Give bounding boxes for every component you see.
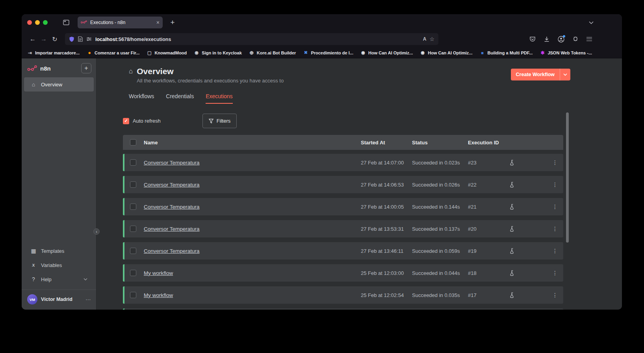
bookmark-label: Procedimiento de l... <box>311 50 353 55</box>
bookmark-star-icon[interactable]: ☆ <box>429 36 434 42</box>
row-checkbox[interactable] <box>130 270 136 276</box>
row-menu-icon[interactable]: ⋮ <box>552 159 558 166</box>
tab-executions[interactable]: Executions <box>206 93 232 104</box>
row-menu-icon[interactable]: ⋮ <box>552 270 558 276</box>
menu-button[interactable] <box>585 35 594 43</box>
sidebar-item-help[interactable]: ? Help <box>24 272 94 286</box>
table-row[interactable]: My workflow 25 Feb at 12:02:54 Succeeded… <box>123 286 563 304</box>
execution-status: Succeeded in 0.137s <box>412 226 468 232</box>
close-window-button[interactable] <box>27 20 32 25</box>
bookmark-item[interactable]: Importar marcadore... <box>27 50 80 56</box>
url-text[interactable]: localhost:5678/home/executions <box>95 35 419 43</box>
debug-flask-icon[interactable] <box>509 160 514 166</box>
row-menu-icon[interactable]: ⋮ <box>552 181 558 188</box>
bookmark-item[interactable]: How Can AI Optimiz... <box>420 50 472 56</box>
sidebar-collapse-handle[interactable]: ‹ <box>93 228 100 235</box>
table-header-row: Name Started At Status Execution ID <box>123 135 563 150</box>
user-more-button[interactable]: ⋯ <box>85 296 91 303</box>
filters-button[interactable]: Filters <box>202 114 237 128</box>
minimize-window-button[interactable] <box>35 20 40 25</box>
user-menu[interactable]: VM Víctor Madrid ⋯ <box>22 290 96 310</box>
account-icon[interactable] <box>557 35 565 43</box>
execution-name-link[interactable]: Conversor Temperatura <box>144 182 200 188</box>
download-icon[interactable] <box>542 35 551 43</box>
debug-flask-icon[interactable] <box>509 270 514 276</box>
extensions-icon[interactable] <box>571 35 579 43</box>
reload-button[interactable]: ↻ <box>49 34 60 45</box>
table-row[interactable]: My workflow 25 Feb at 12:03:00 Succeeded… <box>123 264 563 282</box>
add-workflow-button[interactable]: + <box>81 63 91 73</box>
execution-name-link[interactable]: My workflow <box>144 292 173 298</box>
bookmark-item[interactable]: KnowmadMood <box>147 50 187 56</box>
row-menu-icon[interactable]: ⋮ <box>552 204 558 210</box>
row-menu-icon[interactable]: ⋮ <box>552 226 558 232</box>
debug-flask-icon[interactable] <box>509 292 514 298</box>
firefox-view-icon[interactable] <box>61 17 71 28</box>
row-checkbox[interactable] <box>130 181 136 188</box>
row-checkbox[interactable] <box>130 204 136 210</box>
debug-flask-icon[interactable] <box>509 204 514 210</box>
n8n-app: n8n + ⌂ Overview ▦ Templates x Variables… <box>22 58 622 310</box>
debug-flask-icon[interactable] <box>509 182 514 188</box>
sidebar-item-templates[interactable]: ▦ Templates <box>24 244 94 258</box>
bookmark-item[interactable]: Kore.ai Bot Builder <box>249 50 296 56</box>
tracking-shield-icon[interactable] <box>69 36 74 42</box>
row-checkbox[interactable] <box>130 159 136 166</box>
table-row[interactable]: Conversor Temperatura 27 Feb at 13:46:11… <box>123 242 563 260</box>
back-button[interactable]: ← <box>27 34 38 45</box>
browser-tab[interactable]: Executions - n8n × <box>78 17 163 28</box>
create-workflow-label[interactable]: Create Workflow <box>511 69 560 80</box>
create-workflow-button[interactable]: Create Workflow <box>511 69 570 80</box>
pocket-icon[interactable] <box>528 35 537 43</box>
translate-icon[interactable]: A <box>423 36 426 42</box>
bookmark-item[interactable]: Sign in to Keycloak <box>194 50 241 56</box>
table-row[interactable]: Conversor Temperatura 27 Feb at 14:07:00… <box>123 154 563 171</box>
permissions-icon[interactable] <box>86 37 92 41</box>
sidebar-item-label: Overview <box>41 82 62 88</box>
execution-name-link[interactable]: My workflow <box>144 270 173 276</box>
bookmark-item[interactable]: Procedimiento de l... <box>303 50 353 56</box>
tab-overflow-chevron-icon[interactable] <box>589 21 594 24</box>
row-menu-icon[interactable]: ⋮ <box>552 292 558 298</box>
execution-name-link[interactable]: Conversor Temperatura <box>144 160 200 166</box>
bookmark-label: KnowmadMood <box>154 50 187 55</box>
table-row[interactable]: Conversor Temperatura 27 Feb at 13:53:31… <box>123 220 563 237</box>
execution-status: Succeeded in 0.059s <box>412 248 468 254</box>
sidebar-item-variables[interactable]: x Variables <box>24 258 94 272</box>
debug-flask-icon[interactable] <box>509 248 514 254</box>
tab-credentials[interactable]: Credentials <box>166 93 194 104</box>
table-row[interactable]: Conversor Temperatura 27 Feb at 14:06:53… <box>123 176 563 193</box>
bookmark-item[interactable]: Building a Multi PDF... <box>480 50 533 56</box>
row-checkbox[interactable] <box>130 248 136 254</box>
row-menu-icon[interactable]: ⋮ <box>552 248 558 254</box>
bookmark-item[interactable]: How Can AI Optimiz... <box>360 50 413 56</box>
debug-flask-icon[interactable] <box>509 226 514 232</box>
url-bar[interactable]: localhost:5678/home/executions A ☆ <box>65 33 438 45</box>
app-name: n8n <box>40 65 78 72</box>
table-row[interactable]: Conversor Temperatura 27 Feb at 14:00:05… <box>123 198 563 215</box>
execution-started-at: 27 Feb at 13:46:11 <box>361 248 412 254</box>
execution-id: #18 <box>468 270 509 276</box>
select-all-checkbox[interactable] <box>130 139 136 146</box>
row-checkbox[interactable] <box>130 226 136 232</box>
zoom-window-button[interactable] <box>43 20 48 25</box>
execution-name-link[interactable]: Conversor Temperatura <box>144 226 200 232</box>
execution-name-link[interactable]: Conversor Temperatura <box>144 204 200 210</box>
user-name: Víctor Madrid <box>41 297 82 302</box>
content-scrollbar[interactable] <box>566 112 569 243</box>
row-checkbox[interactable] <box>130 292 136 298</box>
auto-refresh-checkbox[interactable]: ✓ <box>123 118 129 124</box>
create-workflow-caret-icon[interactable] <box>560 69 570 80</box>
page-info-icon[interactable] <box>78 36 83 42</box>
execution-name-link[interactable]: Conversor Temperatura <box>144 248 200 254</box>
bookmark-item[interactable]: JSON Web Tokens -... <box>540 50 592 56</box>
new-tab-button[interactable]: + <box>167 17 178 28</box>
sidebar-item-label: Templates <box>41 248 64 254</box>
browser-toolbar: ← → ↻ localhost:5678/home/executions A ☆ <box>22 31 622 47</box>
forward-button[interactable]: → <box>38 34 49 45</box>
bookmark-item[interactable]: Comenzar a usar Fir... <box>87 50 139 56</box>
bookmark-label: JSON Web Tokens -... <box>547 50 592 55</box>
tab-workflows[interactable]: Workflows <box>129 93 154 104</box>
sidebar-item-overview[interactable]: ⌂ Overview <box>24 77 94 92</box>
tab-close-icon[interactable]: × <box>156 19 160 26</box>
